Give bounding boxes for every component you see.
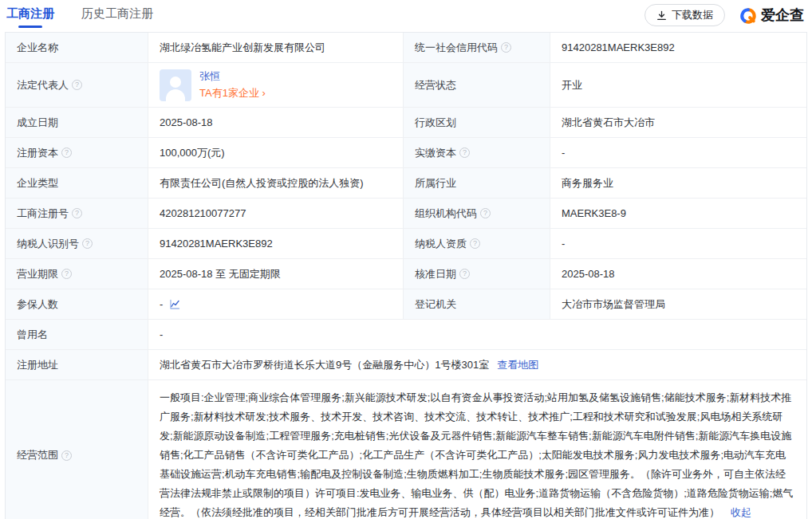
label-organization-code: 组织机构代码?: [404, 199, 550, 228]
help-icon[interactable]: ?: [61, 450, 72, 461]
avatar[interactable]: [160, 69, 191, 101]
label-company-name: 企业名称: [6, 33, 148, 62]
value-text: 湖北省黄石市大冶市: [562, 116, 655, 130]
label-text: 参保人数: [17, 297, 58, 312]
table-row: 曾用名 -: [6, 320, 806, 350]
help-icon[interactable]: ?: [72, 208, 82, 218]
aiqicha-logo[interactable]: 爱企查: [739, 6, 804, 25]
value-text: 2025-08-18: [562, 268, 615, 280]
tab-business-registration[interactable]: 工商注册: [6, 6, 54, 29]
label-company-type: 企业类型: [6, 168, 148, 198]
download-data-button[interactable]: 下载数据: [644, 4, 725, 26]
topbar: 工商注册 历史工商注册 下载数据 爱企查: [0, 0, 812, 30]
value-industry: 商务服务业: [550, 168, 806, 198]
companies-label: TA有1家企业: [199, 87, 259, 99]
value-registered-address: 湖北省黄石市大冶市罗桥街道长乐大道9号（金融服务中心）1号楼301室 查看地图: [148, 350, 806, 379]
legal-rep-companies-link[interactable]: TA有1家企业 ›: [199, 86, 266, 100]
label-text: 所属行业: [415, 176, 456, 191]
help-icon[interactable]: ?: [480, 208, 491, 218]
help-icon[interactable]: ?: [459, 147, 470, 158]
label-text: 经营状态: [415, 78, 456, 92]
value-text: -: [160, 298, 163, 310]
value-operating-status: 开业: [550, 63, 806, 107]
label-text: 经营范围: [17, 448, 58, 462]
table-row: 注册地址 湖北省黄石市大冶市罗桥街道长乐大道9号（金融服务中心）1号楼301室 …: [6, 350, 806, 380]
legal-rep-text: 张恒 TA有1家企业 ›: [199, 69, 266, 100]
table-row: 纳税人识别号? 91420281MAERK3E892 纳税人资质? -: [6, 229, 806, 259]
label-text: 营业期限: [17, 267, 58, 281]
label-registration-authority: 登记机关: [404, 289, 550, 319]
download-label: 下载数据: [672, 8, 713, 22]
label-industry: 所属行业: [404, 168, 550, 198]
table-row: 营业期限? 2025-08-18 至 无固定期限 核准日期? 2025-08-1…: [6, 259, 806, 289]
value-text: -: [562, 238, 565, 250]
label-text: 法定代表人: [17, 78, 69, 92]
trend-chart-icon[interactable]: [169, 299, 180, 310]
value-text: MAERK3E8-9: [562, 207, 626, 219]
tab-bar: 工商注册 历史工商注册: [6, 2, 153, 29]
value-text: 2025-08-18 至 无固定期限: [160, 267, 281, 281]
address-text: 湖北省黄石市大冶市罗桥街道长乐大道9号（金融服务中心）1号楼301室: [160, 358, 489, 372]
value-registration-number: 420281210077277: [148, 199, 404, 228]
value-text: -: [562, 147, 565, 159]
value-text: 有限责任公司(自然人投资或控股的法人独资): [160, 176, 364, 191]
label-former-name: 曾用名: [6, 320, 148, 349]
download-icon: [656, 10, 667, 21]
value-registered-capital: 100,000万(元): [148, 138, 404, 167]
label-credit-code: 统一社会信用代码?: [404, 33, 550, 62]
label-business-term: 营业期限?: [6, 259, 148, 289]
help-icon[interactable]: ?: [501, 42, 511, 53]
value-paid-in-capital: -: [550, 138, 806, 167]
value-company-type: 有限责任公司(自然人投资或控股的法人独资): [148, 168, 404, 198]
legal-rep-card: 张恒 TA有1家企业 ›: [160, 69, 266, 101]
value-business-scope: 一般项目:企业管理;商业综合体管理服务;新兴能源技术研发;以自有资金从事投资活动…: [148, 380, 806, 519]
label-insured-count: 参保人数: [6, 289, 148, 319]
collapse-link[interactable]: 收起: [731, 506, 751, 518]
table-row: 法定代表人? 张恒 TA有1家企业 › 经营状态 开业: [6, 63, 806, 108]
label-registration-number: 工商注册号?: [6, 199, 148, 228]
brand-name: 爱企查: [761, 6, 804, 25]
table-row: 企业名称 湖北绿冶氢能产业创新发展有限公司 统一社会信用代码? 91420281…: [6, 33, 806, 63]
label-business-scope: 经营范围?: [6, 380, 148, 519]
help-icon[interactable]: ?: [459, 269, 470, 279]
business-registration-table: 企业名称 湖北绿冶氢能产业创新发展有限公司 统一社会信用代码? 91420281…: [5, 32, 807, 519]
view-map-link[interactable]: 查看地图: [497, 358, 538, 372]
value-company-name: 湖北绿冶氢能产业创新发展有限公司: [148, 33, 404, 62]
label-text: 实缴资本: [415, 146, 456, 160]
help-icon[interactable]: ?: [82, 238, 93, 249]
table-row: 经营范围? 一般项目:企业管理;商业综合体管理服务;新兴能源技术研发;以自有资金…: [6, 380, 806, 519]
label-text: 企业类型: [17, 176, 58, 191]
table-row: 企业类型 有限责任公司(自然人投资或控股的法人独资) 所属行业 商务服务业: [6, 168, 806, 199]
help-icon[interactable]: ?: [61, 269, 72, 279]
label-paid-in-capital: 实缴资本?: [404, 138, 550, 167]
label-approval-date: 核准日期?: [404, 259, 550, 289]
value-registration-authority: 大冶市市场监督管理局: [550, 289, 806, 319]
label-text: 组织机构代码: [415, 206, 477, 221]
label-registered-address: 注册地址: [6, 350, 148, 379]
help-icon[interactable]: ?: [61, 147, 72, 158]
label-text: 登记机关: [415, 297, 456, 312]
label-text: 企业名称: [17, 41, 58, 55]
value-establish-date: 2025-08-18: [148, 108, 404, 137]
help-icon[interactable]: ?: [72, 80, 82, 90]
table-row: 成立日期 2025-08-18 行政区划 湖北省黄石市大冶市: [6, 108, 806, 138]
label-text: 核准日期: [415, 267, 456, 281]
label-text: 纳税人资质: [415, 237, 467, 251]
help-icon[interactable]: ?: [470, 238, 480, 249]
tab-history-registration[interactable]: 历史工商注册: [81, 6, 153, 29]
value-taxpayer-id: 91420281MAERK3E892: [148, 229, 404, 258]
table-row: 参保人数 - 登记机关 大冶市市场监督管理局: [6, 289, 806, 320]
label-taxpayer-qualification: 纳税人资质?: [404, 229, 550, 258]
label-legal-representative: 法定代表人?: [6, 63, 148, 107]
value-text: 100,000万(元): [160, 146, 225, 160]
legal-rep-name-link[interactable]: 张恒: [199, 69, 266, 84]
label-text: 统一社会信用代码: [415, 41, 498, 55]
value-text: 91420281MAERK3E892: [160, 238, 273, 250]
tab-label: 工商注册: [6, 6, 54, 20]
active-tab-underline: [18, 26, 42, 28]
value-taxpayer-qualification: -: [550, 229, 806, 258]
value-text: 开业: [562, 78, 582, 92]
label-text: 工商注册号: [17, 206, 69, 221]
value-text: 2025-08-18: [160, 116, 213, 128]
table-row: 工商注册号? 420281210077277 组织机构代码? MAERK3E8-…: [6, 199, 806, 229]
